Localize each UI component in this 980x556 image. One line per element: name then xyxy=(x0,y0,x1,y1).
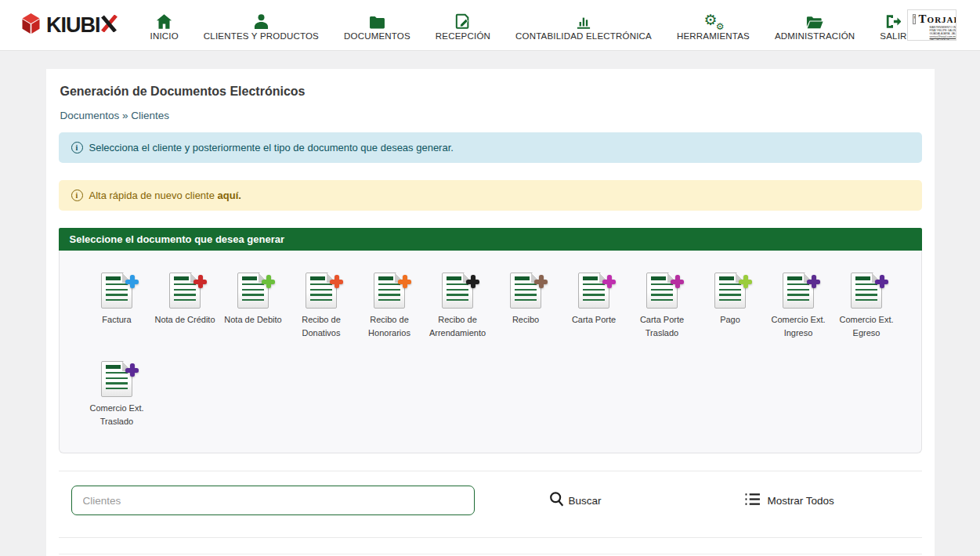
doc-type-pago[interactable]: Pago xyxy=(696,273,765,339)
nav-label: RECEPCIÓN xyxy=(436,31,490,41)
document-plus-icon xyxy=(374,273,405,309)
kiubix-cube-icon xyxy=(20,13,42,38)
torjal-stamp-icon: ▦ xyxy=(913,14,916,24)
info-icon: i xyxy=(71,142,83,153)
warning-info-icon: i xyxy=(71,190,83,201)
document-plus-icon xyxy=(237,273,269,309)
document-plus-icon xyxy=(306,273,337,309)
doc-type-carta-porte[interactable]: Carta Porte xyxy=(560,273,628,339)
bar-chart-icon xyxy=(576,12,591,29)
doc-type-comercio-egreso[interactable]: Comercio Ext. Egreso xyxy=(833,273,901,339)
doc-type-factura[interactable]: Factura xyxy=(83,273,151,339)
doc-type-recibo-honorarios[interactable]: Recibo de Honorarios xyxy=(356,273,424,339)
nav-label: ADMINISTRACIÓN xyxy=(775,31,855,41)
doc-type-carta-porte-traslado[interactable]: Carta Porte Traslado xyxy=(628,273,696,339)
torjal-name: Torjal xyxy=(919,13,956,26)
nav-label: DOCUMENTOS xyxy=(344,31,410,41)
page-title: Generación de Documentos Electrónicos xyxy=(59,80,922,99)
generator-panel-header: Seleccione el documento que desea genera… xyxy=(59,228,922,251)
document-plus-icon xyxy=(101,361,132,397)
folder-icon xyxy=(369,12,385,29)
nav-item-documentos[interactable]: DOCUMENTOS xyxy=(344,10,410,41)
logout-icon xyxy=(885,12,901,29)
nav-label: CLIENTES Y PRODUCTOS xyxy=(204,31,319,41)
kiubix-wordmark: KIUBI xyxy=(46,13,118,38)
torjal-address: MANTENIMIENTO INDUSTRIAL FRAY FELIPE GAL… xyxy=(913,27,951,41)
buscar-label: Buscar xyxy=(569,495,602,507)
torjal-partner-logo: ▦ Torjal MANTENIMIENTO INDUSTRIAL FRAY F… xyxy=(907,9,956,41)
doc-type-nota-credito[interactable]: Nota de Crédito xyxy=(151,273,219,339)
nav-label: SALIR xyxy=(880,31,906,41)
doc-type-recibo-donativos[interactable]: Recibo de Donativos xyxy=(287,273,356,339)
doc-type-nota-debito[interactable]: Nota de Debito xyxy=(219,273,287,339)
search-icon xyxy=(548,491,566,511)
document-plus-icon xyxy=(646,273,678,309)
client-search-section: Buscar Mostrar Todos xyxy=(59,486,922,515)
nav-label: CONTABILIDAD ELECTRÓNICA xyxy=(515,31,652,41)
document-generator-panel: Seleccione el documento que desea genera… xyxy=(59,228,922,453)
main-content-card: Generación de Documentos Electrónicos Do… xyxy=(46,69,935,556)
search-input[interactable] xyxy=(71,486,475,515)
person-icon xyxy=(254,12,269,29)
doc-type-recibo-arrendamiento[interactable]: Recibo de Arrendamiento xyxy=(424,273,492,339)
document-plus-icon xyxy=(578,273,609,309)
nav-label: INICIO xyxy=(150,31,179,41)
document-edit-icon xyxy=(455,12,471,29)
mostrar-todos-label: Mostrar Todos xyxy=(768,495,834,507)
nav-item-contabilidad[interactable]: CONTABILIDAD ELECTRÓNICA xyxy=(515,10,652,41)
breadcrumb-documentos[interactable]: Documentos xyxy=(60,110,120,121)
document-plus-icon xyxy=(442,273,473,309)
nav-label: HERRAMIENTAS xyxy=(677,31,750,41)
quick-add-client-link[interactable]: aquí. xyxy=(218,190,241,201)
brand-x-glyph xyxy=(100,13,118,38)
mostrar-todos-button[interactable]: Mostrar Todos xyxy=(744,493,834,508)
document-plus-icon xyxy=(851,273,882,309)
info-alert-text: Selecciona el cliente y posteriormente e… xyxy=(89,142,454,153)
info-alert: i Selecciona el cliente y posteriormente… xyxy=(59,132,922,163)
nav-item-clientes-productos[interactable]: CLIENTES Y PRODUCTOS xyxy=(204,10,319,41)
gears-icon: ⚙⚙ xyxy=(703,12,722,29)
kiubix-logo[interactable]: KIUBI xyxy=(20,13,118,38)
document-plus-icon xyxy=(169,273,201,309)
warning-alert: i Alta rápida de nuevo cliente aquí. xyxy=(59,180,922,211)
document-plus-icon xyxy=(510,273,541,309)
list-icon xyxy=(744,493,761,508)
nav-item-salir[interactable]: SALIR xyxy=(880,10,906,41)
document-plus-icon xyxy=(783,273,814,309)
home-icon xyxy=(156,12,172,29)
nav-item-inicio[interactable]: INICIO xyxy=(150,10,179,41)
top-navbar: KIUBI INICIO CLIENTES Y PRODUCTOS DOCUME… xyxy=(0,0,980,51)
doc-type-comercio-traslado[interactable]: Comercio Ext. Traslado xyxy=(83,361,151,428)
doc-type-recibo[interactable]: Recibo xyxy=(492,273,560,339)
divider xyxy=(59,471,922,471)
document-plus-icon xyxy=(714,273,746,309)
breadcrumb-separator: » xyxy=(122,110,128,121)
nav-item-administracion[interactable]: ADMINISTRACIÓN xyxy=(775,10,855,41)
doc-type-comercio-ingreso[interactable]: Comercio Ext. Ingreso xyxy=(765,273,833,339)
document-plus-icon xyxy=(101,273,132,309)
open-folder-icon xyxy=(806,12,823,29)
main-nav: INICIO CLIENTES Y PRODUCTOS DOCUMENTOS R… xyxy=(150,10,907,41)
nav-item-herramientas[interactable]: ⚙⚙ HERRAMIENTAS xyxy=(677,10,750,41)
breadcrumb-clientes[interactable]: Clientes xyxy=(131,110,169,121)
generator-panel-body: Factura Nota de Crédito Nota de Debito R… xyxy=(59,251,922,453)
nav-item-recepcion[interactable]: RECEPCIÓN xyxy=(436,10,490,41)
divider xyxy=(59,537,922,538)
warning-alert-text: Alta rápida de nuevo cliente aquí. xyxy=(89,190,241,201)
buscar-button[interactable]: Buscar xyxy=(548,491,602,511)
breadcrumb: Documentos » Clientes xyxy=(59,110,922,121)
